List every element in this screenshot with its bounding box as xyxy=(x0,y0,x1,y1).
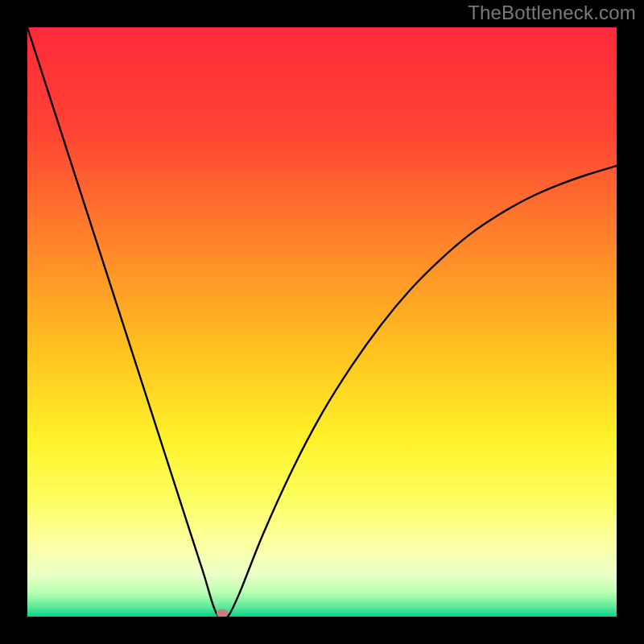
bottleneck-curve xyxy=(27,27,617,617)
watermark-text: TheBottleneck.com xyxy=(468,2,636,24)
plot-area xyxy=(27,27,617,617)
chart-frame: TheBottleneck.com xyxy=(0,0,644,644)
minimum-marker xyxy=(217,609,228,617)
